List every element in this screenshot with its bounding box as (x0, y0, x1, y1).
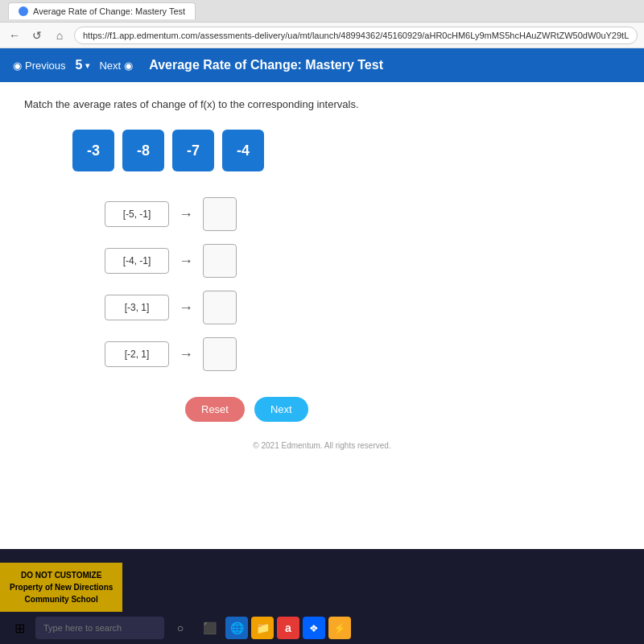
multitask-icon: ⬛ (203, 621, 217, 634)
taskbar-power-icon[interactable]: ⚡ (328, 617, 351, 639)
app-header: ◉ Previous 5 ▾ Next ◉ Average Rate of Ch… (0, 48, 644, 82)
taskbar: ⊞ ○ ⬛ 🌐 📁 a ❖ ⚡ (0, 612, 644, 644)
interval-label-2: [-3, 1] (105, 295, 169, 320)
next-header-button[interactable]: Next ◉ (99, 60, 133, 72)
note-line2: Property of New Directions (10, 581, 113, 593)
a-app-icon: a (285, 621, 291, 634)
power-icon: ⚡ (333, 622, 346, 634)
tab-favicon (19, 6, 28, 16)
match-row-3: [-2, 1] → (105, 337, 620, 371)
note-line3: Community School (10, 593, 113, 605)
windows-start-button[interactable]: ⊞ (6, 615, 32, 641)
address-bar: ← ↺ ⌂ (0, 23, 644, 48)
instructions-text: Match the average rates of change of f(x… (24, 98, 620, 110)
arrow-2: → (179, 299, 193, 316)
dropbox-icon: ❖ (309, 622, 319, 634)
taskbar-search-input[interactable] (35, 617, 164, 639)
main-content: Match the average rates of change of f(x… (0, 82, 644, 549)
drop-box-0[interactable] (203, 197, 237, 231)
match-row-2: [-3, 1] → (105, 291, 620, 324)
page-title: Average Rate of Change: Mastery Test (149, 58, 383, 72)
interval-label-3: [-2, 1] (105, 341, 169, 367)
previous-button[interactable]: ◉ Previous (13, 60, 66, 72)
answer-tile-2[interactable]: -7 (172, 130, 214, 171)
taskbar-dropbox-icon[interactable]: ❖ (303, 617, 325, 639)
interval-label-0: [-5, -1] (105, 201, 169, 227)
taskbar-cortana-button[interactable]: ○ (167, 615, 193, 641)
drop-box-2[interactable] (203, 291, 237, 324)
arrow-3: → (179, 346, 193, 363)
edge-icon: 🌐 (230, 621, 244, 634)
interval-label-1: [-4, -1] (105, 248, 169, 274)
question-dropdown-icon[interactable]: ▾ (85, 61, 89, 70)
taskbar-edge-icon[interactable]: 🌐 (225, 617, 248, 639)
next-header-label: Next (99, 60, 121, 72)
question-number: 5 ▾ (76, 58, 90, 72)
answer-tile-3[interactable]: -4 (222, 130, 264, 171)
note-line1: DO NOT CUSTOMIZE (10, 569, 113, 581)
home-button[interactable]: ⌂ (52, 27, 68, 43)
reset-button[interactable]: Reset (185, 397, 245, 422)
answer-tile-0[interactable]: -3 (72, 130, 114, 171)
previous-icon: ◉ (13, 60, 22, 72)
matching-area: [-5, -1] → [-4, -1] → [-3, 1] → [-2, 1] … (24, 197, 620, 371)
taskbar-a-icon[interactable]: a (277, 617, 299, 639)
active-tab[interactable]: Average Rate of Change: Mastery Test (8, 2, 196, 19)
taskbar-folder-icon[interactable]: 📁 (251, 617, 274, 639)
back-button[interactable]: ← (6, 27, 23, 43)
tab-title: Average Rate of Change: Mastery Test (33, 6, 185, 16)
windows-icon: ⊞ (14, 621, 25, 636)
answer-tile-1[interactable]: -8 (122, 130, 164, 171)
previous-label: Previous (25, 60, 66, 72)
match-row-0: [-5, -1] → (105, 197, 620, 231)
arrow-1: → (179, 253, 193, 270)
arrow-0: → (179, 206, 193, 223)
cortana-icon: ○ (177, 621, 184, 634)
url-input[interactable] (74, 27, 638, 44)
drop-box-3[interactable] (203, 337, 237, 371)
answer-tiles-container: -3 -8 -7 -4 (24, 130, 620, 171)
next-icon: ◉ (124, 60, 133, 72)
drop-box-1[interactable] (203, 244, 237, 278)
match-row-1: [-4, -1] → (105, 244, 620, 278)
folder-icon: 📁 (256, 621, 270, 634)
taskbar-multitask-button[interactable]: ⬛ (196, 615, 222, 641)
refresh-button[interactable]: ↺ (29, 27, 45, 43)
note-overlay: DO NOT CUSTOMIZE Property of New Directi… (0, 563, 122, 612)
next-button[interactable]: Next (254, 397, 308, 422)
action-buttons: Reset Next (24, 397, 620, 422)
copyright-text: © 2021 Edmentum. All rights reserved. (24, 441, 620, 450)
